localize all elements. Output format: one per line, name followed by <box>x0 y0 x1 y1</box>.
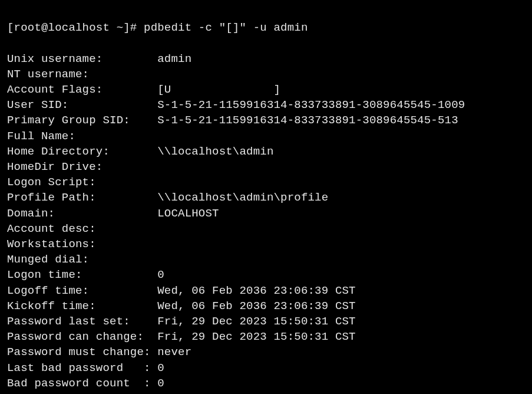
field-label: Password can change: <box>7 330 157 343</box>
field-label: Password last set: <box>7 315 157 328</box>
field-label: Full Name: <box>7 130 75 143</box>
terminal-output[interactable]: [root@localhost ~]# pdbedit -c "[]" -u a… <box>7 5 525 394</box>
output-line: Home Directory: \\localhost\admin <box>7 144 525 159</box>
prompt-user-host: [root@localhost ~]# <box>7 21 144 34</box>
output-line: HomeDir Drive: <box>7 159 525 175</box>
field-value: [U ] <box>157 83 280 96</box>
output-line: Primary Group SID: S-1-5-21-1159916314-8… <box>7 113 525 128</box>
field-label: Last bad password : <box>7 362 157 375</box>
output-line: Logoff time: Wed, 06 Feb 2036 23:06:39 C… <box>7 283 525 298</box>
field-label: Kickoff time: <box>7 300 157 313</box>
field-value: 0 <box>157 377 164 390</box>
field-label: Munged dial: <box>7 253 89 266</box>
field-label: Account Flags: <box>7 83 157 96</box>
field-value: S-1-5-21-1159916314-833733891-3089645545… <box>157 98 465 111</box>
output-line: Domain: LOCALHOST <box>7 206 525 221</box>
output-fields: Unix username: adminNT username:Account … <box>7 51 525 394</box>
field-label: Unix username: <box>7 52 157 65</box>
field-label: Logon time: <box>7 268 157 281</box>
field-label: Bad password count : <box>7 377 157 390</box>
field-label: HomeDir Drive: <box>7 160 103 173</box>
output-line: Profile Path: \\localhost\admin\profile <box>7 190 525 205</box>
output-line: Full Name: <box>7 129 525 144</box>
output-line: Last bad password : 0 <box>7 360 525 376</box>
field-label: Password must change: <box>7 346 157 359</box>
field-value: Fri, 29 Dec 2023 15:50:31 CST <box>157 315 355 328</box>
field-label: User SID: <box>7 98 157 111</box>
field-label: Workstations: <box>7 238 96 251</box>
output-line: User SID: S-1-5-21-1159916314-833733891-… <box>7 97 525 113</box>
field-label: Logoff time: <box>7 284 157 297</box>
field-value: never <box>157 346 191 359</box>
output-line: Kickoff time: Wed, 06 Feb 2036 23:06:39 … <box>7 298 525 314</box>
output-line: Workstations: <box>7 237 525 252</box>
output-line: Account desc: <box>7 221 525 237</box>
field-value: Fri, 29 Dec 2023 15:50:31 CST <box>157 330 355 343</box>
field-value: 0 <box>157 268 164 281</box>
output-line: NT username: <box>7 67 525 82</box>
output-line: Munged dial: <box>7 252 525 267</box>
field-label: Logon Script: <box>7 176 96 189</box>
output-line: Password must change: never <box>7 344 525 360</box>
field-value: Wed, 06 Feb 2036 23:06:39 CST <box>157 300 355 313</box>
field-label: Primary Group SID: <box>7 114 157 127</box>
field-label: NT username: <box>7 68 89 81</box>
output-line: Password can change: Fri, 29 Dec 2023 15… <box>7 329 525 344</box>
output-line: Logon time: 0 <box>7 267 525 283</box>
output-line: Password last set: Fri, 29 Dec 2023 15:5… <box>7 314 525 329</box>
output-line: Bad password count : 0 <box>7 376 525 391</box>
output-line: Logon hours : FFFFFFFFFFFFFFFFFFFFFFFFFF… <box>7 391 525 394</box>
command-text: pdbedit -c "[]" -u admin <box>144 21 308 34</box>
field-value: \\localhost\admin\profile <box>157 191 328 204</box>
field-value: 0 <box>157 362 164 375</box>
field-label: Domain: <box>7 207 157 220</box>
output-line: Account Flags: [U ] <box>7 82 525 97</box>
field-value: S-1-5-21-1159916314-833733891-3089645545… <box>157 114 458 127</box>
output-line: Unix username: admin <box>7 51 525 67</box>
field-value: \\localhost\admin <box>157 145 273 158</box>
field-value: Wed, 06 Feb 2036 23:06:39 CST <box>157 284 355 297</box>
field-label: Home Directory: <box>7 145 157 158</box>
field-label: Account desc: <box>7 222 96 235</box>
output-line: Logon Script: <box>7 175 525 190</box>
field-label: Profile Path: <box>7 191 157 204</box>
field-value: LOCALHOST <box>157 207 219 220</box>
field-value: admin <box>157 52 191 65</box>
prompt-line-1: [root@localhost ~]# pdbedit -c "[]" -u a… <box>7 20 525 35</box>
